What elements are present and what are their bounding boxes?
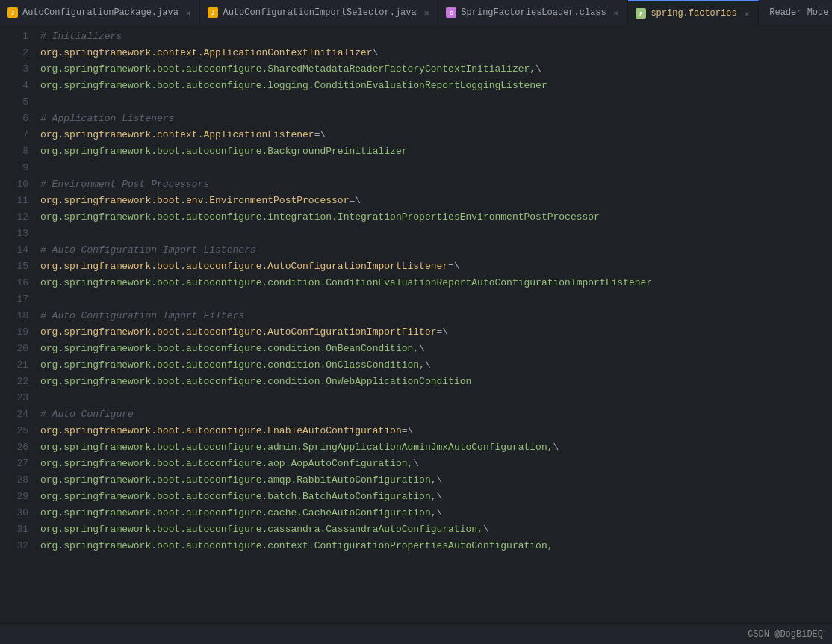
line-number-1: 1 [0,28,28,45]
line-number-8: 8 [0,143,28,160]
code-segment: org.springframework.context.ApplicationL… [40,129,314,140]
code-segment: org.springframework.boot.autoconfigure.B… [40,146,407,157]
line-number-20: 20 [0,341,28,357]
code-segment: org.springframework.boot.autoconfigure.E… [40,425,402,436]
code-line-24: # Auto Configure [37,406,832,423]
line-number-4: 4 [0,78,28,94]
reader-mode-label: Reader Mode [769,7,828,18]
code-segment: =\ [448,261,460,272]
class-icon: C [446,7,456,18]
code-segment: \ [553,442,559,453]
tab-close-autoimportselector[interactable]: ✕ [423,7,431,19]
code-line-7: org.springframework.context.ApplicationL… [37,127,832,143]
code-segment: \ [437,491,443,502]
code-line-11: org.springframework.boot.env.Environment… [37,193,832,209]
code-segment: org.springframework.boot.autoconfigure.a… [40,474,437,486]
tab-label-autoimportselector: AutoConfigurationImportSelector.java [223,7,416,18]
code-line-22: org.springframework.boot.autoconfigure.c… [37,374,832,390]
code-line-13 [37,226,832,242]
code-line-23 [37,390,832,406]
code-line-12: org.springframework.boot.autoconfigure.i… [37,209,832,226]
code-segment: # Auto Configuration Import Listeners [40,244,256,256]
line-number-23: 23 [0,390,28,406]
csdn-badge: CSDN @DogBiDEQ [748,629,823,640]
line-number-25: 25 [0,423,28,439]
code-segment: org.springframework.boot.env.Environment… [40,195,349,206]
code-line-6: # Application Listeners [37,111,832,127]
code-segment: =\ [314,129,326,140]
code-line-5 [37,94,832,111]
tab-label-autoconfigpackage: AutoConfigurationPackage.java [22,7,178,18]
code-line-18: # Auto Configuration Import Filters [37,308,832,324]
tab-label-springfactories: spring.factories [651,8,736,19]
line-number-15: 15 [0,258,28,275]
code-segment: \ [483,524,489,535]
code-line-27: org.springframework.boot.autoconfigure.a… [37,456,832,472]
code-container: 1234567891011121314151617181920212223242… [0,25,832,623]
code-segment: org.springframework.boot.autoconfigure.c… [40,277,652,288]
line-number-28: 28 [0,472,28,489]
tab-close-autoconfigpackage[interactable]: ✕ [184,7,193,19]
code-line-3: org.springframework.boot.autoconfigure.S… [37,61,832,78]
code-segment: # Auto Configure [40,409,134,420]
code-segment: \ [535,64,541,75]
tab-bar: JAutoConfigurationPackage.java✕JAutoConf… [0,0,832,25]
code-line-16: org.springframework.boot.autoconfigure.c… [37,275,832,291]
code-segment: org.springframework.boot.autoconfigure.c… [40,507,437,518]
code-segment: \ [425,359,431,371]
code-line-31: org.springframework.boot.autoconfigure.c… [37,521,832,538]
code-line-32: org.springframework.boot.autoconfigure.c… [37,538,832,554]
line-number-3: 3 [0,61,28,78]
code-line-10: # Environment Post Processors [37,176,832,193]
code-segment: org.springframework.boot.autoconfigure.c… [40,524,483,535]
line-number-14: 14 [0,242,28,258]
code-line-9 [37,160,832,176]
code-segment: org.springframework.boot.autoconfigure.A… [40,326,437,338]
code-line-25: org.springframework.boot.autoconfigure.E… [37,423,832,439]
tab-close-springfactories[interactable]: ✕ [743,8,751,19]
java-icon: J [7,7,18,18]
code-segment: org.springframework.boot.autoconfigure.A… [40,261,448,272]
code-segment: org.springframework.boot.autoconfigure.c… [40,540,553,551]
tab-label-springfactoriesloader: SpringFactoriesLoader.class [461,7,606,18]
tab-autoimportselector[interactable]: JAutoConfigurationImportSelector.java✕ [200,0,438,25]
code-content[interactable]: # Initializersorg.springframework.contex… [37,25,832,623]
tab-autoconfigpackage[interactable]: JAutoConfigurationPackage.java✕ [0,0,200,25]
line-number-18: 18 [0,308,28,324]
line-number-10: 10 [0,176,28,193]
code-line-19: org.springframework.boot.autoconfigure.A… [37,324,832,341]
line-number-19: 19 [0,324,28,341]
line-number-6: 6 [0,111,28,127]
line-number-32: 32 [0,538,28,554]
line-number-9: 9 [0,160,28,176]
code-line-14: # Auto Configuration Import Listeners [37,242,832,258]
tab-springfactories[interactable]: Fspring.factories✕ [628,0,759,25]
code-segment: \ [373,47,379,58]
line-numbers: 1234567891011121314151617181920212223242… [0,25,37,623]
code-segment: \ [437,507,443,518]
code-segment: org.springframework.boot.autoconfigure.a… [40,458,413,469]
code-line-21: org.springframework.boot.autoconfigure.c… [37,357,832,374]
code-segment: org.springframework.boot.autoconfigure.S… [40,64,535,75]
code-segment: # Environment Post Processors [40,179,209,190]
code-line-29: org.springframework.boot.autoconfigure.b… [37,489,832,505]
code-line-17 [37,291,832,308]
line-number-12: 12 [0,209,28,226]
code-segment: org.springframework.boot.autoconfigure.c… [40,376,471,387]
tab-springfactoriesloader[interactable]: CSpringFactoriesLoader.class✕ [438,0,628,25]
code-line-30: org.springframework.boot.autoconfigure.c… [37,505,832,521]
tab-close-springfactoriesloader[interactable]: ✕ [612,7,621,19]
line-number-24: 24 [0,406,28,423]
line-number-13: 13 [0,226,28,242]
code-segment: \ [419,343,425,354]
code-segment: org.springframework.boot.autoconfigure.c… [40,359,425,371]
code-segment: org.springframework.context.ApplicationC… [40,47,373,58]
line-number-26: 26 [0,439,28,456]
reader-mode-button[interactable]: Reader Mode [759,0,832,25]
code-segment: \ [413,458,419,469]
line-number-7: 7 [0,127,28,143]
code-line-20: org.springframework.boot.autoconfigure.c… [37,341,832,357]
line-number-21: 21 [0,357,28,374]
line-number-31: 31 [0,521,28,538]
factories-icon: F [636,8,646,19]
